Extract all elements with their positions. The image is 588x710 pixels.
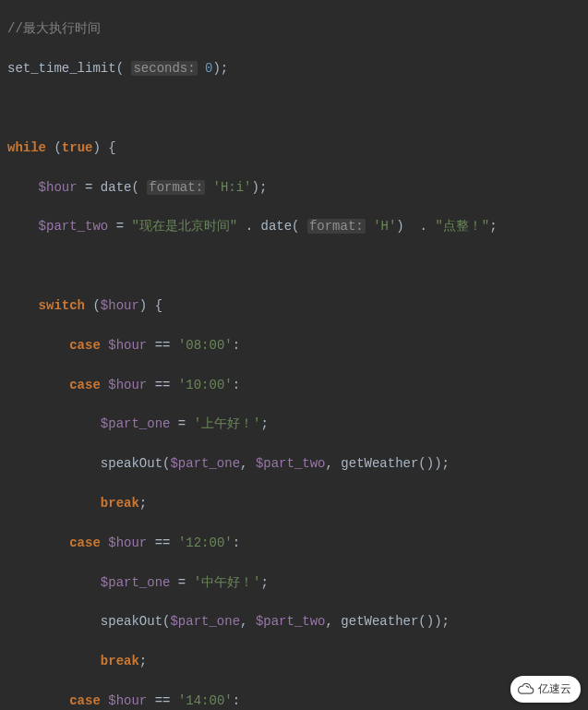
string-literal: "点整！" [435,219,489,234]
string-literal: 'H:i' [212,180,251,195]
code-line[interactable]: set_time_limit( seconds: 0); [0,59,588,78]
variable: $part_two [256,456,326,471]
keyword: case [69,338,101,353]
string-literal: 'H' [373,219,396,234]
variable: $hour [108,536,147,550]
paren: ( [116,61,132,76]
variable: $hour [39,180,78,195]
code-line[interactable]: $part_one = '中午好！'; [0,573,588,593]
code-line[interactable]: //最大执行时间 [0,19,588,39]
code-line[interactable]: break; [0,494,588,513]
string-literal: '10:00' [178,378,233,392]
code-line[interactable]: switch ($hour) { [0,296,588,316]
variable: $hour [108,338,147,353]
watermark-text: 亿速云 [538,682,571,695]
variable: $part_one [101,416,171,431]
code-line[interactable] [0,99,588,118]
code-line[interactable]: $hour = date( format: 'H:i'); [0,178,588,198]
code-line[interactable]: case $hour == '10:00': [0,376,588,395]
function-name: date [101,180,132,195]
variable: $hour [101,298,139,313]
keyword: case [69,378,101,392]
variable: $part_one [101,575,171,590]
code-line[interactable]: $part_one = '上午好！'; [0,415,588,434]
keyword: case [69,536,101,550]
operator: == [155,536,171,550]
code-line[interactable]: case $hour == '12:00': [0,534,588,553]
string-literal: '中午好！' [194,575,261,590]
code-line[interactable]: $part_two = "现在是北京时间" . date( format: 'H… [0,217,588,236]
variable: $part_one [170,456,240,471]
code-editor[interactable]: //最大执行时间 set_time_limit( seconds: 0); wh… [0,0,588,710]
variable: $hour [108,378,147,392]
string-literal: '08:00' [178,338,233,353]
code-line[interactable]: break; [0,652,588,671]
code-line[interactable]: speakOut($part_one, $part_two, getWeathe… [0,612,588,632]
operator: == [155,338,171,353]
function-name: speakOut [101,614,162,629]
variable: $part_one [170,614,240,629]
cloud-icon [516,679,534,695]
function-name: getWeather [341,614,418,629]
string-literal: '上午好！' [194,416,261,431]
watermark-badge: 亿速云 [510,676,581,703]
code-line[interactable]: case $hour == '08:00': [0,336,588,355]
variable: $hour [108,693,147,708]
param-hint: seconds: [131,61,197,76]
param-hint: format: [147,180,205,195]
code-line[interactable]: speakOut($part_one, $part_two, getWeathe… [0,454,588,474]
string-literal: '12:00' [178,536,233,550]
operator: == [155,378,171,392]
code-line[interactable]: while (true) { [0,138,588,158]
keyword: true [62,140,93,155]
keyword: while [7,140,46,155]
string-literal: '14:00' [178,693,233,708]
keyword: break [101,654,139,668]
comment-text: //最大执行时间 [7,21,101,36]
function-name: getWeather [341,456,418,471]
keyword: case [69,693,101,708]
function-name: speakOut [101,456,162,471]
variable: $part_two [256,614,326,629]
function-name: set_time_limit [7,61,116,76]
variable: $part_two [39,219,109,234]
string-literal: "现在是北京时间" [131,219,237,234]
operator: == [155,693,171,708]
keyword: break [101,496,139,511]
function-name: date [260,219,292,234]
code-line[interactable]: case $hour == '14:00': [0,692,588,710]
keyword: switch [39,298,85,313]
code-line[interactable] [0,257,588,276]
param-hint: format: [307,219,366,234]
